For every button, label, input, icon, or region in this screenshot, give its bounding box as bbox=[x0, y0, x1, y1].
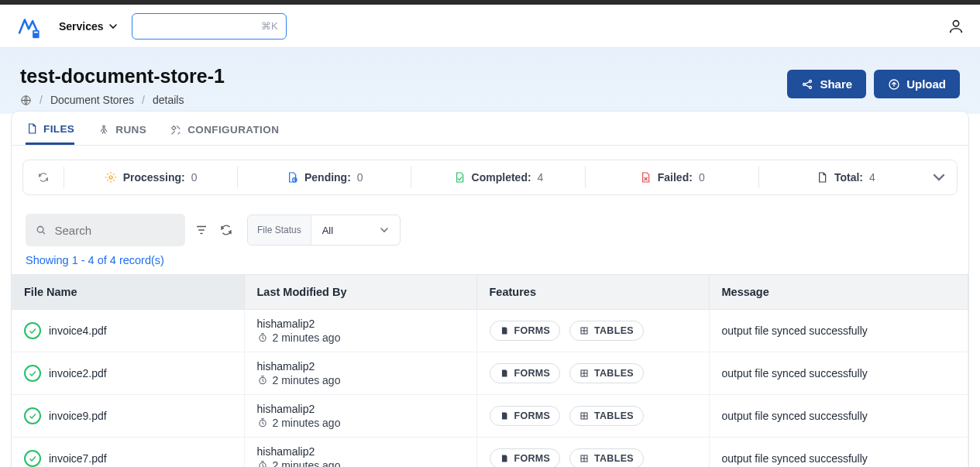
tab-files[interactable]: FILES bbox=[26, 122, 74, 145]
table-toolbar: File Status All bbox=[26, 214, 954, 246]
app-logo[interactable] bbox=[15, 13, 42, 39]
table-icon bbox=[579, 326, 589, 335]
tab-configuration[interactable]: CONFIGURATION bbox=[170, 122, 279, 145]
success-icon bbox=[24, 365, 41, 382]
feature-forms: FORMS bbox=[490, 363, 561, 383]
modified-user: hishamalip2 bbox=[257, 360, 464, 373]
feature-tables: TABLES bbox=[569, 321, 644, 341]
chevron-down-icon bbox=[108, 22, 118, 31]
top-nav: Services ⌘K bbox=[0, 5, 980, 48]
breadcrumb-docstores[interactable]: Document Stores bbox=[50, 94, 134, 106]
modified-user: hishamalip2 bbox=[257, 403, 464, 415]
svg-point-6 bbox=[810, 86, 812, 88]
table-row[interactable]: invoice9.pdf hishamalip2 2 minutes ago F… bbox=[12, 395, 968, 438]
chevron-down-icon bbox=[932, 170, 946, 184]
row-message: output file synced successfully bbox=[709, 310, 968, 352]
file-name: invoice4.pdf bbox=[49, 324, 107, 337]
clock-icon bbox=[257, 332, 268, 343]
file-check-icon bbox=[453, 171, 466, 184]
filter-button[interactable] bbox=[193, 221, 210, 239]
share-button[interactable]: Share bbox=[787, 70, 866, 98]
globe-icon[interactable] bbox=[20, 94, 32, 106]
file-icon bbox=[26, 122, 38, 135]
files-table: File Name Last Modified By Features Mess… bbox=[12, 274, 968, 467]
feature-tables: TABLES bbox=[569, 363, 644, 383]
search-input[interactable] bbox=[54, 224, 176, 237]
page-header: test-document-store-1 / Document Stores … bbox=[0, 48, 980, 114]
success-icon bbox=[24, 450, 41, 467]
col-message: Message bbox=[709, 275, 968, 310]
record-count: Showing 1 - 4 of 4 record(s) bbox=[26, 254, 954, 266]
feature-tables: TABLES bbox=[569, 406, 644, 426]
svg-point-5 bbox=[810, 80, 812, 82]
file-name: invoice9.pdf bbox=[49, 410, 107, 422]
upload-icon bbox=[888, 78, 900, 91]
form-icon bbox=[500, 454, 509, 463]
file-name: invoice7.pdf bbox=[49, 452, 107, 465]
expand-stats[interactable] bbox=[932, 170, 946, 184]
feature-forms: FORMS bbox=[490, 406, 561, 426]
form-icon bbox=[500, 411, 509, 421]
profile-icon[interactable] bbox=[947, 18, 965, 35]
modified-when: 2 minutes ago bbox=[273, 331, 341, 344]
svg-point-2 bbox=[953, 20, 958, 26]
col-features: Features bbox=[476, 275, 709, 310]
refresh-icon bbox=[219, 223, 233, 237]
table-icon bbox=[579, 369, 589, 378]
filter-icon bbox=[194, 223, 208, 237]
modified-when: 2 minutes ago bbox=[273, 459, 341, 467]
file-pending-icon bbox=[286, 171, 298, 184]
sync-icon[interactable] bbox=[37, 171, 50, 184]
row-message: output file synced successfully bbox=[709, 352, 968, 395]
svg-rect-0 bbox=[33, 30, 40, 38]
status-bar: Processing: 0 Pending: 0 Completed: 4 Fa… bbox=[22, 160, 958, 195]
main-panel: FILES RUNS CONFIGURATION Processing: 0 P… bbox=[11, 111, 969, 467]
clock-icon bbox=[257, 460, 268, 467]
svg-point-9 bbox=[109, 176, 112, 179]
cmd-shortcut: ⌘K bbox=[261, 20, 278, 32]
file-icon bbox=[816, 171, 828, 184]
form-icon bbox=[500, 326, 509, 335]
svg-point-8 bbox=[103, 125, 105, 128]
feature-tables: TABLES bbox=[569, 448, 644, 467]
share-icon bbox=[801, 78, 813, 91]
col-modifiedby: Last Modified By bbox=[244, 275, 476, 310]
table-icon bbox=[579, 411, 589, 421]
services-menu[interactable]: Services bbox=[59, 20, 118, 33]
svg-rect-1 bbox=[34, 31, 38, 33]
clock-icon bbox=[257, 417, 268, 428]
file-error-icon bbox=[639, 171, 652, 184]
modified-when: 2 minutes ago bbox=[273, 417, 341, 429]
search-input-wrap[interactable] bbox=[26, 214, 185, 246]
svg-point-11 bbox=[37, 226, 43, 232]
breadcrumb-details: details bbox=[153, 94, 184, 106]
modified-user: hishamalip2 bbox=[257, 318, 464, 330]
success-icon bbox=[24, 322, 41, 339]
runs-icon bbox=[98, 124, 110, 136]
services-label: Services bbox=[59, 20, 104, 33]
tools-icon bbox=[170, 124, 182, 136]
chevron-down-icon bbox=[380, 225, 389, 235]
file-name: invoice2.pdf bbox=[49, 367, 107, 379]
form-icon bbox=[500, 369, 509, 378]
row-message: output file synced successfully bbox=[709, 395, 968, 438]
row-message: output file synced successfully bbox=[709, 438, 968, 468]
tabs: FILES RUNS CONFIGURATION bbox=[12, 112, 968, 146]
table-row[interactable]: invoice4.pdf hishamalip2 2 minutes ago F… bbox=[12, 310, 968, 352]
table-row[interactable]: invoice2.pdf hishamalip2 2 minutes ago F… bbox=[12, 352, 968, 395]
col-filename: File Name bbox=[12, 275, 244, 310]
svg-point-4 bbox=[803, 83, 806, 85]
modified-user: hishamalip2 bbox=[257, 445, 464, 458]
command-search[interactable]: ⌘K bbox=[132, 13, 287, 39]
feature-forms: FORMS bbox=[490, 448, 561, 467]
gear-icon bbox=[105, 171, 117, 184]
modified-when: 2 minutes ago bbox=[273, 374, 341, 386]
upload-button[interactable]: Upload bbox=[874, 70, 960, 98]
table-row[interactable]: invoice7.pdf hishamalip2 2 minutes ago F… bbox=[12, 438, 968, 468]
feature-forms: FORMS bbox=[490, 321, 561, 341]
tab-runs[interactable]: RUNS bbox=[98, 122, 146, 145]
table-icon bbox=[579, 454, 589, 463]
clock-icon bbox=[257, 375, 268, 386]
file-status-filter[interactable]: File Status All bbox=[247, 215, 401, 246]
refresh-button[interactable] bbox=[218, 221, 235, 239]
